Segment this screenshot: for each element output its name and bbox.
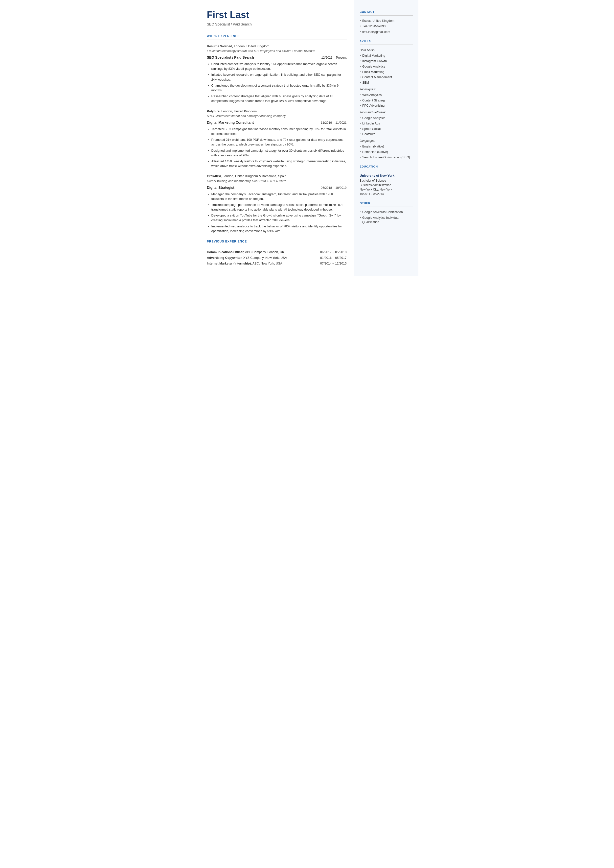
prev-job-dates-2: 01/2016 – 05/2017	[310, 255, 347, 261]
bullet-3-3: Developed a skit on YouTube for the Grow…	[211, 213, 347, 222]
skill-romanian: Romanian (Native)	[360, 150, 413, 154]
other-section-title: OTHER	[360, 201, 413, 207]
company-name-1: Resume Worded,	[207, 44, 233, 48]
work-experience-title: WORK EXPERIENCE	[207, 34, 347, 40]
prev-job-bold-2: Advertising Copywriter,	[207, 256, 243, 259]
bullet-list-1: Conducted competitive analysis to identi…	[207, 62, 347, 103]
job-title-3: Digital Strategist	[207, 185, 234, 190]
skill-web-analytics: Web Analytics	[360, 93, 413, 98]
contact-email: first.last@gmail.com	[360, 30, 413, 34]
contact-location: Essex, United Kingdom	[360, 19, 413, 23]
edu-degree: Bachelor of Science	[360, 179, 413, 183]
bullet-2-2: Promoted 21+ webinars, 100 PDF downloads…	[211, 137, 347, 147]
company-desc-2: NYSE-listed recruitment and employer bra…	[207, 114, 347, 118]
bullet-1-2: Initiated keyword research, on-page opti…	[211, 72, 347, 82]
techniques-label: Techniques:	[360, 87, 413, 92]
prev-job-rest-2: XYZ Company, New York, USA	[242, 256, 287, 259]
bullet-2-4: Attracted 1450+weekly visitors to Polyhi…	[211, 159, 347, 168]
job-block-2: Polyhire, London, United Kingdom NYSE-li…	[207, 109, 347, 169]
skill-content-strategy: Content Strategy	[360, 98, 413, 103]
left-column: First Last SEO Specialist / Paid Search …	[196, 0, 354, 276]
company-line-2: Polyhire, London, United Kingdom	[207, 109, 347, 114]
bullet-list-3: Managed the company's Facebook, Instagra…	[207, 192, 347, 234]
skill-email-marketing: Email Marketing	[360, 70, 413, 75]
job-dates-2: 11/2019 – 11/2021	[321, 121, 346, 125]
prev-job-dates-3: 07/2014 – 12/2015	[310, 261, 347, 266]
company-rest-1: London, United Kingdom	[233, 44, 269, 48]
bullet-2-3: Designed and implemented campaign strate…	[211, 148, 347, 158]
job-title-2: Digital Marketing Consultant	[207, 120, 254, 125]
other-ga-individual: Google Analytics Individual Qualificatio…	[360, 216, 413, 225]
job-dates-3: 06/2018 – 10/2019	[321, 186, 346, 190]
bullet-3-4: Implemented web analytics to track the b…	[211, 224, 347, 233]
other-adwords: Google AdWords Certification	[360, 210, 413, 214]
bullet-3-1: Managed the company's Facebook, Instagra…	[211, 192, 347, 201]
job-title-row-2: Digital Marketing Consultant 11/2019 – 1…	[207, 120, 347, 125]
contact-section-title: CONTACT	[360, 10, 413, 16]
job-title-row-1: SEO Specialist / Paid Search 12/2021 – P…	[207, 55, 347, 60]
candidate-name: First Last	[207, 10, 347, 20]
company-name-2: Polyhire,	[207, 109, 220, 113]
skill-sem: SEM	[360, 81, 413, 85]
edu-location: New York City, New York	[360, 187, 413, 192]
bullet-2-1: Targeted SEO campaigns that increased mo…	[211, 127, 347, 136]
hard-skills-label: Hard SKills:	[360, 48, 413, 52]
bullet-1-3: Championed the development of a content …	[211, 83, 347, 93]
tools-label: Tools and Software:	[360, 110, 413, 115]
prev-job-rest-1: ABC Company, London, UK	[244, 250, 284, 254]
prev-job-row-3: Internet Marketer (Internship), ABC, New…	[207, 261, 347, 266]
prev-job-dates-1: 06/2017 – 05/2018	[310, 249, 347, 255]
company-line-1: Resume Worded, London, United Kingdom	[207, 44, 347, 49]
prev-job-row-2: Advertising Copywriter, XYZ Company, New…	[207, 255, 347, 261]
education-section-title: EDUCATION	[360, 165, 413, 170]
bullet-3-2: Tracked campaign performance for video c…	[211, 202, 347, 212]
job-title-1: SEO Specialist / Paid Search	[207, 55, 254, 60]
company-rest-2: London, United Kingdom	[220, 109, 257, 113]
right-column: CONTACT Essex, United Kingdom +44 123456…	[354, 0, 419, 276]
skill-hootsuite: Hootsuite	[360, 132, 413, 137]
languages-label: Languages:	[360, 138, 413, 143]
prev-job-title-1: Communications Officer, ABC Company, Lon…	[207, 249, 310, 255]
company-desc-3: Career training and membership SaaS with…	[207, 179, 347, 183]
bullet-list-2: Targeted SEO campaigns that increased mo…	[207, 127, 347, 169]
company-name-3: Growthsi,	[207, 174, 222, 178]
company-rest-3: London, United Kingdom & Barcelona, Spai…	[222, 174, 286, 178]
job-dates-1: 12/2021 – Present	[321, 56, 346, 60]
prev-job-bold-1: Communications Officer,	[207, 250, 244, 254]
prev-job-bold-3: Internet Marketer (Internship),	[207, 262, 252, 265]
skill-google-analytics-hard: Google Analytics	[360, 64, 413, 69]
skill-google-analytics-tools: Google Analytics	[360, 116, 413, 121]
edu-field: Business Administration	[360, 183, 413, 187]
skill-content-management: Content Management	[360, 75, 413, 80]
company-line-3: Growthsi, London, United Kingdom & Barce…	[207, 174, 347, 179]
skills-section-title: SKILLS	[360, 39, 413, 45]
job-block-3: Growthsi, London, United Kingdom & Barce…	[207, 174, 347, 233]
bullet-1-4: Researched content strategies that align…	[211, 94, 347, 103]
prev-job-rest-3: ABC, New York, USA	[252, 262, 282, 265]
edu-school: University of New York	[360, 173, 413, 178]
prev-job-title-3: Internet Marketer (Internship), ABC, New…	[207, 261, 310, 266]
bullet-1-1: Conducted competitive analysis to identi…	[211, 62, 347, 71]
skill-instagram-growth: Instagram Growth	[360, 59, 413, 64]
job-title-row-3: Digital Strategist 06/2018 – 10/2019	[207, 185, 347, 190]
job-block-1: Resume Worded, London, United Kingdom Ed…	[207, 44, 347, 103]
company-desc-1: Education technology startup with 50+ em…	[207, 49, 347, 53]
skill-ppc: PPC Advertising	[360, 103, 413, 108]
candidate-subtitle: SEO Specialist / Paid Search	[207, 22, 347, 27]
skill-linkedin-ads: LinkedIn Ads	[360, 121, 413, 126]
previous-experience-table: Communications Officer, ABC Company, Lon…	[207, 249, 347, 267]
prev-job-title-2: Advertising Copywriter, XYZ Company, New…	[207, 255, 310, 261]
contact-phone: +44 1234567890	[360, 24, 413, 29]
skill-seo: Search Engine Optimization (SEO)	[360, 155, 413, 160]
edu-dates: 10/2011 - 06/2014	[360, 192, 413, 196]
skill-english: English (Native)	[360, 144, 413, 149]
previous-experience-title: PREVIOUS EXPERIENCE	[207, 239, 347, 245]
resume-page: First Last SEO Specialist / Paid Search …	[196, 0, 419, 276]
skill-digital-marketing: Digital Marketing	[360, 53, 413, 58]
prev-job-row-1: Communications Officer, ABC Company, Lon…	[207, 249, 347, 255]
skill-sprout-social: Sprout Social	[360, 127, 413, 131]
